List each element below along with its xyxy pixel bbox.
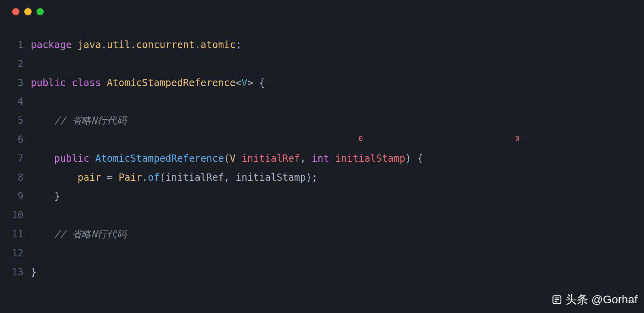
code-token: } bbox=[54, 190, 60, 202]
code-token: ; bbox=[312, 172, 318, 183]
line-content[interactable]: package java.util.concurrent.atomic; bbox=[31, 36, 636, 55]
code-line: 10 bbox=[8, 206, 636, 225]
code-token bbox=[113, 172, 118, 183]
code-token: initialStamp bbox=[335, 153, 405, 164]
code-token bbox=[101, 172, 107, 183]
line-content[interactable]: 0 0 bbox=[31, 130, 636, 149]
line-content[interactable]: // 省略N行代码 bbox=[31, 225, 636, 244]
code-token bbox=[329, 153, 335, 164]
code-token: { bbox=[259, 77, 265, 89]
code-token: ( bbox=[160, 172, 165, 183]
minimize-icon[interactable] bbox=[24, 8, 32, 15]
code-token: 0 bbox=[358, 134, 363, 143]
code-token bbox=[31, 172, 78, 183]
line-number: 3 bbox=[8, 74, 31, 93]
line-number: 2 bbox=[8, 55, 31, 74]
code-line: 11 // 省略N行代码 bbox=[8, 225, 636, 244]
code-token bbox=[363, 134, 515, 145]
code-token: of bbox=[148, 172, 160, 183]
code-line: 9 } bbox=[8, 187, 636, 206]
code-token: initialStamp bbox=[236, 172, 306, 183]
code-line: 1package java.util.concurrent.atomic; bbox=[8, 36, 636, 55]
code-token: V bbox=[241, 77, 247, 89]
watermark-brand: 头条 bbox=[565, 292, 588, 307]
code-token bbox=[31, 190, 54, 202]
code-editor[interactable]: 1package java.util.concurrent.atomic;23p… bbox=[0, 19, 644, 290]
code-token: V bbox=[230, 153, 235, 164]
line-number: 12 bbox=[8, 244, 31, 263]
maximize-icon[interactable] bbox=[36, 8, 44, 15]
code-token: . bbox=[130, 39, 136, 51]
line-content[interactable] bbox=[31, 92, 636, 111]
code-token: AtomicStampedReference bbox=[107, 77, 236, 89]
code-token: ( bbox=[224, 153, 230, 164]
line-number: 11 bbox=[8, 225, 31, 244]
window-controls bbox=[0, 0, 644, 19]
code-token: ) bbox=[405, 153, 411, 164]
line-content[interactable] bbox=[31, 55, 636, 74]
line-content[interactable]: } bbox=[31, 187, 636, 206]
code-token: . bbox=[195, 39, 200, 51]
line-content[interactable]: public class AtomicStampedReference<V> { bbox=[31, 74, 636, 93]
code-token: Pair bbox=[119, 172, 142, 183]
code-token: package bbox=[31, 39, 72, 51]
line-content[interactable] bbox=[31, 244, 636, 263]
code-token: initialRef bbox=[165, 172, 224, 183]
code-line: 7 public AtomicStampedReference(V initia… bbox=[8, 149, 636, 168]
code-token: . bbox=[142, 172, 148, 183]
code-line: 12 bbox=[8, 244, 636, 263]
code-token: ) bbox=[306, 172, 311, 183]
line-content[interactable]: public AtomicStampedReference(V initialR… bbox=[31, 149, 636, 168]
code-token bbox=[230, 172, 235, 183]
line-content[interactable]: pair = Pair.of(initialRef, initialStamp)… bbox=[31, 168, 636, 187]
code-token: java bbox=[78, 39, 101, 51]
code-token: util bbox=[107, 39, 130, 51]
watermark: 头条 @Gorhaf bbox=[552, 292, 638, 307]
code-token: ; bbox=[236, 39, 241, 51]
code-line: 4 bbox=[8, 92, 636, 111]
code-token: public bbox=[31, 77, 66, 89]
line-content[interactable]: // 省略N行代码 bbox=[31, 111, 636, 130]
code-token: } bbox=[31, 266, 36, 278]
svg-rect-3 bbox=[555, 301, 558, 302]
code-token bbox=[72, 39, 77, 51]
code-token: { bbox=[417, 153, 423, 164]
code-token bbox=[31, 228, 54, 240]
line-number: 7 bbox=[8, 149, 31, 168]
code-token: // 省略N行代码 bbox=[54, 115, 126, 126]
code-token: , bbox=[300, 153, 306, 164]
code-line: 8 pair = Pair.of(initialRef, initialStam… bbox=[8, 168, 636, 187]
code-token: 0 bbox=[515, 134, 520, 143]
svg-rect-2 bbox=[555, 299, 559, 300]
code-token: public bbox=[54, 153, 90, 164]
code-line: 3public class AtomicStampedReference<V> … bbox=[8, 74, 636, 93]
code-token bbox=[31, 153, 54, 164]
line-number: 4 bbox=[8, 92, 31, 111]
toutiao-icon bbox=[552, 294, 562, 305]
code-token: . bbox=[101, 39, 107, 51]
code-token: > bbox=[247, 77, 253, 89]
code-token bbox=[90, 153, 95, 164]
code-token: < bbox=[236, 77, 241, 89]
line-number: 6 bbox=[8, 130, 31, 149]
code-line: 6 0 0 bbox=[8, 130, 636, 149]
code-token: class bbox=[72, 77, 101, 89]
code-line: 5 // 省略N行代码 bbox=[8, 111, 636, 130]
code-token: initialRef bbox=[241, 153, 300, 164]
code-token: pair bbox=[78, 172, 101, 183]
svg-rect-1 bbox=[555, 298, 559, 298]
line-content[interactable]: } bbox=[31, 263, 636, 282]
line-content[interactable] bbox=[31, 206, 636, 225]
code-token: int bbox=[312, 153, 329, 164]
code-token: = bbox=[107, 172, 113, 183]
watermark-handle: @Gorhaf bbox=[591, 293, 638, 306]
code-token bbox=[236, 153, 241, 164]
code-line: 2 bbox=[8, 55, 636, 74]
code-token bbox=[253, 77, 259, 89]
code-token: atomic bbox=[200, 39, 236, 51]
line-number: 10 bbox=[8, 206, 31, 225]
line-number: 9 bbox=[8, 187, 31, 206]
close-icon[interactable] bbox=[12, 8, 19, 15]
code-line: 13} bbox=[8, 263, 636, 282]
code-token: , bbox=[224, 172, 230, 183]
